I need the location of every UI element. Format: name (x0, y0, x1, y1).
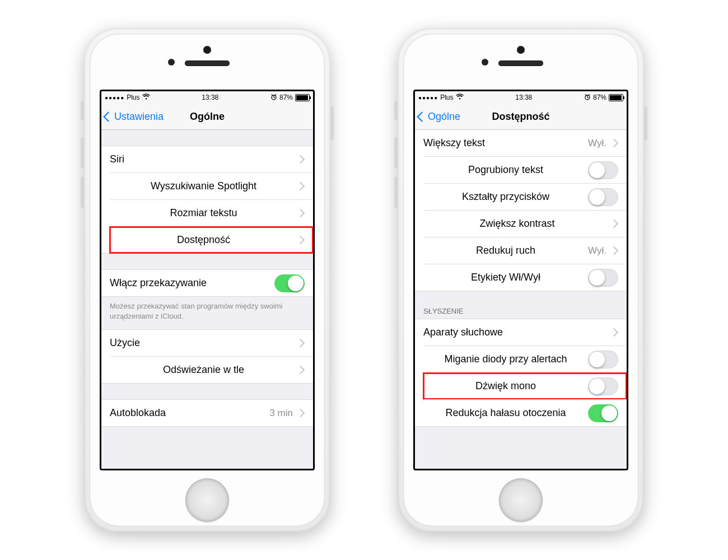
status-bar: ●●●●● Plus 13:38 87% (415, 91, 627, 104)
earpiece-speaker-icon (185, 60, 230, 66)
row-label: Zwiększ kontrast (479, 218, 554, 230)
row-label: Włącz przekazywanie (110, 277, 207, 289)
back-label: Ogólne (428, 111, 460, 123)
chevron-right-icon (610, 328, 619, 337)
row-noise-cancel[interactable]: Redukcja hałasu otoczenia (423, 399, 627, 426)
row-label: Dostępność (177, 234, 230, 246)
carrier-label: Plus (440, 94, 453, 101)
row-label: Redukcja hałasu otoczenia (445, 407, 566, 419)
row-label: Pogrubiony tekst (468, 164, 543, 176)
row-label: Użycie (110, 337, 140, 349)
power-button[interactable] (330, 106, 334, 140)
row-bold-text[interactable]: Pogrubiony tekst (423, 156, 627, 183)
volume-down-button[interactable] (394, 176, 398, 208)
chevron-right-icon (296, 155, 305, 164)
chevron-right-icon (296, 236, 305, 245)
row-accessibility[interactable]: Dostępność (110, 226, 313, 253)
row-button-shapes[interactable]: Kształty przycisków (423, 183, 627, 210)
chevron-right-icon (296, 209, 305, 218)
iphone-left: ●●●●● Plus 13:38 87% Ustawienia Ogólne (84, 28, 330, 532)
front-camera-icon (517, 46, 525, 54)
led-flash-toggle[interactable] (588, 351, 618, 368)
row-label: Wyszukiwanie Spotlight (151, 180, 256, 192)
mute-switch[interactable] (394, 101, 398, 120)
handoff-toggle[interactable] (274, 274, 305, 292)
proximity-sensor-icon (168, 59, 175, 66)
row-spotlight[interactable]: Wyszukiwanie Spotlight (110, 172, 313, 199)
signal-dots-icon: ●●●●● (418, 95, 438, 101)
carrier-label: Plus (127, 94, 139, 101)
settings-content: Siri Wyszukiwanie Spotlight Rozmiar teks… (101, 130, 313, 469)
onoff-labels-toggle[interactable] (588, 269, 618, 287)
row-text-size[interactable]: Rozmiar tekstu (110, 199, 313, 226)
chevron-right-icon (296, 366, 305, 375)
screen-right: ●●●●● Plus 13:38 87% Ogólne Dostępność (413, 90, 628, 470)
nav-title: Ogólne (190, 111, 225, 123)
chevron-right-icon (610, 220, 619, 228)
chevron-right-icon (610, 139, 619, 148)
row-label: Większy tekst (423, 137, 485, 149)
accessibility-content: Większy tekst Wył. Pogrubiony tekst Kszt… (415, 130, 627, 469)
row-label: Redukuj ruch (476, 245, 535, 256)
chevron-right-icon (610, 246, 619, 255)
chevron-right-icon (296, 182, 305, 191)
back-button[interactable]: Ogólne (418, 111, 460, 123)
handoff-footnote: Możesz przekazywać stan programów między… (101, 297, 313, 329)
back-button[interactable]: Ustawienia (105, 111, 164, 123)
battery-icon (295, 94, 310, 101)
back-label: Ustawienia (114, 111, 164, 123)
row-onoff-labels[interactable]: Etykiety Wł/Wył (423, 264, 627, 291)
row-larger-text[interactable]: Większy tekst Wył. (415, 130, 627, 156)
row-usage[interactable]: Użycie (101, 330, 313, 356)
row-label: Aparaty słuchowe (423, 326, 503, 338)
larger-text-value: Wył. (588, 138, 606, 149)
screen-left: ●●●●● Plus 13:38 87% Ustawienia Ogólne (100, 90, 315, 470)
chevron-left-icon (103, 111, 113, 122)
autolock-value: 3 min (269, 408, 293, 419)
status-bar: ●●●●● Plus 13:38 87% (101, 91, 313, 104)
chevron-right-icon (296, 409, 305, 418)
volume-up-button[interactable] (81, 137, 84, 169)
row-label: Kształty przycisków (462, 191, 549, 203)
wifi-icon (142, 94, 150, 101)
reduce-motion-value: Wył. (588, 245, 606, 256)
chevron-right-icon (296, 339, 305, 348)
home-button[interactable] (185, 478, 229, 522)
row-mono-audio[interactable]: Dźwięk mono (423, 372, 627, 399)
row-autolock[interactable]: Autoblokada 3 min (101, 400, 313, 426)
row-increase-contrast[interactable]: Zwiększ kontrast (423, 210, 627, 237)
row-bg-refresh[interactable]: Odświeżanie w tle (110, 356, 313, 383)
bold-text-toggle[interactable] (588, 161, 618, 179)
row-label: Rozmiar tekstu (170, 207, 237, 219)
mono-audio-toggle[interactable] (588, 377, 618, 395)
row-led-flash[interactable]: Miganie diody przy alertach (423, 346, 627, 372)
row-reduce-motion[interactable]: Redukuj ruch Wył. (423, 237, 627, 264)
earpiece-speaker-icon (498, 60, 543, 66)
hearing-section-header: SŁYSZENIE (415, 291, 627, 319)
home-button[interactable] (499, 478, 543, 522)
signal-dots-icon: ●●●●● (105, 95, 124, 101)
row-handoff[interactable]: Włącz przekazywanie (101, 270, 313, 296)
volume-down-button[interactable] (81, 176, 84, 208)
nav-title: Dostępność (492, 111, 549, 123)
row-label: Siri (110, 153, 124, 165)
nav-bar: Ustawienia Ogólne (101, 104, 313, 130)
alarm-icon (584, 94, 591, 101)
front-camera-icon (203, 46, 211, 54)
button-shapes-toggle[interactable] (588, 188, 618, 206)
noise-cancel-toggle[interactable] (588, 404, 618, 422)
mute-switch[interactable] (81, 101, 84, 120)
battery-pct-label: 87% (279, 94, 293, 101)
row-siri[interactable]: Siri (101, 146, 313, 172)
row-label: Odświeżanie w tle (163, 364, 244, 376)
iphone-right: ●●●●● Plus 13:38 87% Ogólne Dostępność (398, 28, 644, 532)
proximity-sensor-icon (482, 59, 488, 66)
volume-up-button[interactable] (394, 137, 398, 169)
battery-pct-label: 87% (593, 94, 606, 101)
row-label: Autoblokada (110, 407, 166, 419)
alarm-icon (270, 94, 277, 101)
row-label: Etykiety Wł/Wył (471, 272, 540, 283)
power-button[interactable] (644, 106, 647, 140)
row-label: Miganie diody przy alertach (444, 353, 567, 365)
row-hearing-aids[interactable]: Aparaty słuchowe (415, 319, 627, 346)
